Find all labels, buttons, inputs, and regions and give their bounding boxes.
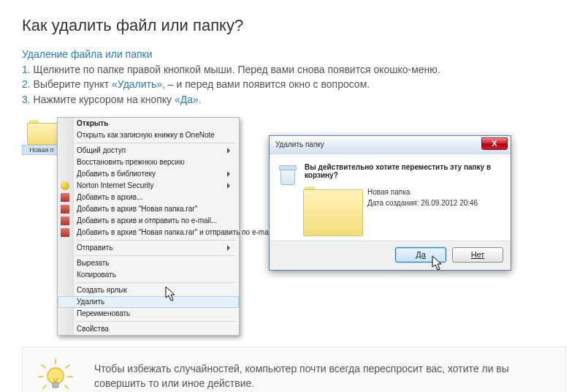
step-highlight: «Удалить», xyxy=(112,78,165,90)
book-icon xyxy=(61,228,69,237)
confirm-dialog: Удалить папку X Вы действительно хотите … xyxy=(269,135,511,271)
yellow-icon xyxy=(61,181,69,190)
context-menu-item[interactable]: Создать ярлык xyxy=(58,284,239,296)
section-subtitle: Удаление файла или папки xyxy=(22,48,566,60)
dialog-item-date: Дата создания: 26.09.2012 20:46 xyxy=(367,197,478,208)
step-item: 2. Выберите пункт «Удалить», – и перед в… xyxy=(22,77,566,91)
context-menu-item[interactable]: Переименовать xyxy=(58,308,239,320)
svg-line-2 xyxy=(66,365,69,368)
context-menu-item[interactable]: Добавить в библиотеку xyxy=(58,168,239,180)
context-menu-item-label: Копировать xyxy=(77,271,116,279)
context-menu-illustration: Новая п ОткрытьОткрыть как записную книж… xyxy=(22,117,240,336)
context-menu-separator xyxy=(75,143,236,143)
context-menu: ОткрытьОткрыть как записную книжку в One… xyxy=(57,117,240,336)
dialog-item-name: Новая папка xyxy=(367,186,478,197)
folder-icon xyxy=(27,120,56,143)
step-item: 3. Нажмите курсором на кнопку «Да». xyxy=(22,92,566,107)
context-menu-item[interactable]: Удалить xyxy=(58,296,239,308)
folder-label: Новая п xyxy=(22,145,61,155)
context-menu-item-label: Свойства xyxy=(77,325,109,333)
context-menu-separator xyxy=(75,240,236,241)
context-menu-item[interactable]: Свойства xyxy=(58,323,239,335)
context-menu-item-label: Добавить в библиотеку xyxy=(77,170,156,178)
svg-line-5 xyxy=(43,385,46,388)
context-menu-item-label: Norton Internet Security xyxy=(77,181,154,189)
context-menu-item[interactable]: Отправить xyxy=(58,242,239,254)
context-menu-item-label: Восстановить прежнюю версию xyxy=(77,158,185,166)
context-menu-item-label: Вырезать xyxy=(77,259,109,267)
context-menu-item-label: Добавить в архив "Новая папка.rar" и отп… xyxy=(77,228,272,236)
context-menu-item[interactable]: Открыть как записную книжку в OneNote xyxy=(58,129,239,141)
close-icon: X xyxy=(492,139,497,148)
dialog-question: Вы действительно хотите переместить эту … xyxy=(303,163,502,179)
folder-desktop-item[interactable]: Новая п xyxy=(22,117,61,155)
context-menu-item-label: Открыть xyxy=(77,119,108,127)
step-text: Выберите пункт xyxy=(34,78,112,90)
context-menu-item-label: Добавить в архив... xyxy=(77,193,142,201)
book-icon xyxy=(61,216,69,225)
context-menu-item-label: Общий доступ xyxy=(77,146,126,154)
book-icon xyxy=(61,193,69,202)
context-menu-item[interactable]: Norton Internet Security xyxy=(58,180,239,192)
recycle-bin-icon xyxy=(278,163,296,185)
step-text: Нажмите курсором на кнопку xyxy=(34,94,175,105)
dialog-title-text: Удалить папку xyxy=(275,140,324,148)
step-text: – и перед вами появится окно с вопросом. xyxy=(165,78,370,90)
context-menu-item[interactable]: Добавить в архив... xyxy=(58,192,239,203)
no-button-label: Нет xyxy=(471,250,485,259)
lightbulb-icon xyxy=(36,358,75,392)
tip-text: Чтобы избежать случайностей, компьютер п… xyxy=(94,361,552,391)
close-button[interactable]: X xyxy=(481,137,508,150)
context-menu-item[interactable]: Добавить в архив и отправить по e-mail..… xyxy=(58,215,239,227)
context-menu-item[interactable]: Общий доступ xyxy=(58,145,239,157)
context-menu-item[interactable]: Открыть xyxy=(58,118,239,129)
context-menu-separator xyxy=(75,321,236,322)
step-text: Щелкните по папке правой кнопкой мыши. П… xyxy=(34,64,440,75)
tip-box: Чтобы избежать случайностей, компьютер п… xyxy=(22,347,566,392)
svg-line-1 xyxy=(42,365,45,368)
svg-line-6 xyxy=(65,385,68,388)
dialog-titlebar: Удалить папку X xyxy=(270,136,511,154)
yes-button-label: Да xyxy=(416,250,426,259)
context-menu-item-label: Отправить xyxy=(77,244,113,252)
context-menu-item[interactable]: Вырезать xyxy=(58,257,239,269)
page-title: Как удалить файл или папку? xyxy=(22,16,566,35)
step-number: 1. xyxy=(22,64,31,75)
context-menu-item-label: Открыть как записную книжку в OneNote xyxy=(77,131,215,139)
context-menu-item[interactable]: Копировать xyxy=(58,269,239,281)
no-button[interactable]: Нет xyxy=(452,247,503,263)
context-menu-item-label: Удалить xyxy=(77,298,104,306)
context-menu-item-label: Переименовать xyxy=(77,309,130,317)
step-number: 2. xyxy=(22,78,31,90)
context-menu-item-label: Создать ярлык xyxy=(77,286,127,294)
step-highlight: «Да». xyxy=(175,94,202,105)
context-menu-item[interactable]: Добавить в архив "Новая папка.rar" и отп… xyxy=(58,227,239,238)
context-menu-item[interactable]: Добавить в архив "Новая папка.rar" xyxy=(58,203,239,215)
context-menu-separator xyxy=(75,255,236,256)
steps-list: 1. Щелкните по папке правой кнопкой мыши… xyxy=(22,62,566,107)
step-item: 1. Щелкните по папке правой кнопкой мыши… xyxy=(22,62,566,77)
context-menu-item-label: Добавить в архив и отправить по e-mail..… xyxy=(77,216,217,225)
context-menu-item-label: Добавить в архив "Новая папка.rar" xyxy=(77,205,197,213)
book-icon xyxy=(61,205,69,214)
yes-button[interactable]: Да xyxy=(395,247,446,263)
step-number: 3. xyxy=(22,94,31,105)
context-menu-item[interactable]: Восстановить прежнюю версию xyxy=(58,157,239,168)
folder-icon xyxy=(303,186,362,235)
context-menu-separator xyxy=(75,282,236,283)
